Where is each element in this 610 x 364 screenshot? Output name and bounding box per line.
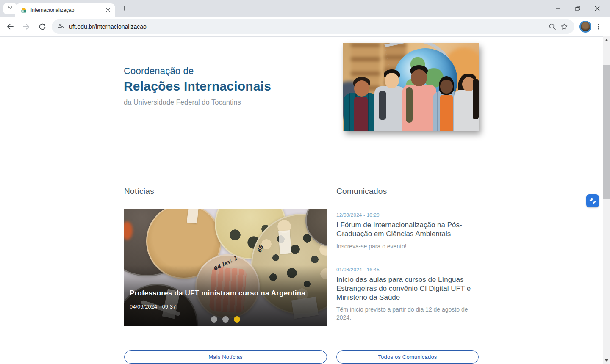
divider [336,203,479,203]
announcements-heading: Comunicados [336,187,479,196]
plus-icon [122,5,128,13]
all-announcements-button[interactable]: Todos os Comunicados [336,350,479,364]
announcement-date: 12/08/2024 - 10:29 [336,212,479,218]
carousel-news-title[interactable]: Professores da UFT ministram curso na Ar… [130,289,312,298]
news-carousel[interactable]: 64 lev. 1 65 Professores da UFT ministra… [124,209,327,326]
uft-logo-icon [20,7,27,14]
announcement-title[interactable]: Início das aulas para cursos de Línguas … [336,276,479,302]
hero-image [343,43,479,131]
divider [336,328,479,328]
site-settings-icon[interactable] [58,22,65,31]
divider [124,203,327,203]
announcement-date: 01/08/2024 - 16:45 [336,267,479,272]
carousel-dot[interactable] [234,316,240,323]
header-line-1: Coordenação de [124,66,271,77]
announcement-title[interactable]: I Fórum de Internacionalização na Pós-Gr… [336,221,479,239]
vertical-scrollbar[interactable] [603,36,610,364]
vlibras-accessibility-button[interactable] [586,194,599,207]
scrollbar-up-arrow[interactable] [603,36,610,44]
kebab-menu-icon[interactable] [593,21,604,32]
window-close-button[interactable] [593,4,602,13]
carousel-dots [124,316,327,323]
window-minimize-button[interactable] [554,4,563,13]
more-news-button[interactable]: Mais Notícias [124,350,327,364]
tab-close-icon[interactable] [104,6,112,14]
window-controls [554,0,607,17]
scrollbar-down-arrow[interactable] [603,357,610,364]
news-heading: Notícias [124,187,327,196]
announcements-section: Comunicados 12/08/2024 - 10:29 I Fórum d… [336,187,479,328]
zoom-magnifier-icon[interactable] [546,21,558,33]
back-button[interactable] [3,20,17,33]
page-content: Coordenação de Relações Internacionais d… [0,37,603,364]
announcement-item[interactable]: 12/08/2024 - 10:29 I Fórum de Internacio… [336,212,479,251]
announcement-subtitle: Inscreva-se para o evento! [336,243,479,251]
carousel-news-date: 04/09/2024 - 09:37 [130,303,176,310]
url-address-bar[interactable]: uft.edu.br/internacionalizacao [52,19,574,34]
divider [336,258,479,258]
tab-title: Internacionalização [30,7,104,13]
browser-tabstrip: Internacionalização [0,0,610,17]
forward-button[interactable] [19,20,33,33]
profile-avatar[interactable] [580,21,591,33]
sign-language-hands-icon [588,196,597,207]
browser-toolbar: uft.edu.br/internacionalizacao [0,17,610,36]
chevron-down-icon [7,5,13,12]
window-restore-button[interactable] [574,4,582,13]
bookmark-star-icon[interactable] [558,21,570,33]
scrollbar-thumb[interactable] [603,65,610,199]
new-tab-button[interactable] [119,4,130,14]
announcement-subtitle: Têm inicio previsto a partir do dia 12 d… [336,306,479,322]
url-text: uft.edu.br/internacionalizacao [69,23,546,30]
reload-button[interactable] [36,20,49,33]
news-section: Notícias 64 lev. 1 65 Professores da UFT… [124,187,327,203]
announcement-item[interactable]: 01/08/2024 - 16:45 Início das aulas para… [336,267,479,322]
carousel-dot[interactable] [222,316,229,323]
header-subtitle: da Universidade Federal do Tocantins [124,98,271,106]
carousel-dot[interactable] [211,316,217,323]
page-header: Coordenação de Relações Internacionais d… [124,66,271,106]
browser-tab-active[interactable]: Internacionalização [15,3,115,17]
page-title: Relações Internacionais [124,79,271,94]
